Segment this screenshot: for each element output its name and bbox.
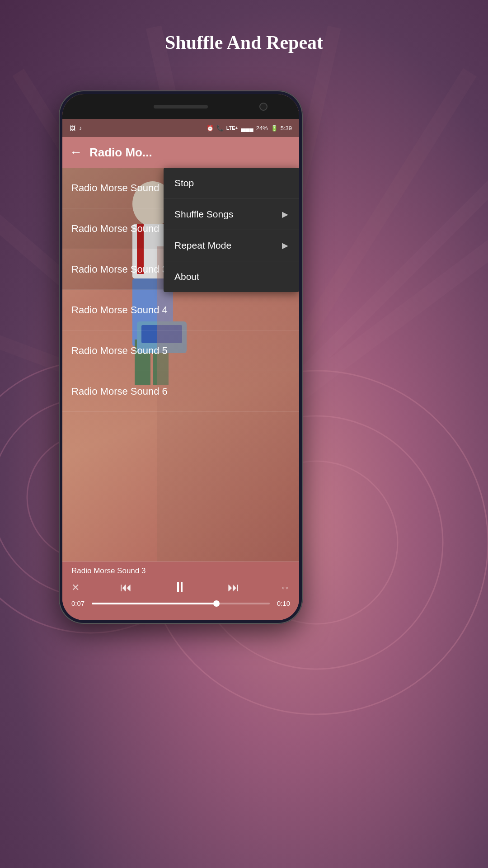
battery-percent: 24% <box>256 125 268 132</box>
camera <box>259 103 267 111</box>
player-controls: ✕ ⏮ ⏸ ⏭ ↔ <box>71 579 290 596</box>
shuffle-chevron-icon: ▶ <box>282 209 288 219</box>
phone-icon: 📞 <box>216 125 224 132</box>
shuffle-button[interactable]: ✕ <box>71 582 80 594</box>
repeat-label: Repeat Mode <box>174 240 231 251</box>
progress-area: 0:07 0:10 <box>71 599 290 607</box>
song-item-4[interactable]: Radio Morse Sound 4 <box>62 290 299 330</box>
repeat-button[interactable]: ↔ <box>280 582 290 594</box>
bottom-player: Radio Morse Sound 3 ✕ ⏮ ⏸ ⏭ ↔ 0:07 0:10 <box>62 561 299 620</box>
signal-bars: ▄▄▄ <box>241 125 253 132</box>
status-icons-left: 🖼 ♪ <box>70 125 82 132</box>
progress-thumb[interactable] <box>213 600 220 607</box>
back-button[interactable]: ← <box>70 145 82 160</box>
menu-item-shuffle[interactable]: Shuffle Songs ▶ <box>164 199 299 230</box>
current-time: 0:07 <box>71 599 87 607</box>
progress-fill <box>92 603 216 604</box>
music-icon: ♪ <box>79 125 82 132</box>
alarm-icon: ⏰ <box>206 125 214 132</box>
status-bar: 🖼 ♪ ⏰ 📞 LTE+ ▄▄▄ 24% 🔋 5:39 <box>62 119 299 137</box>
song-item-5[interactable]: Radio Morse Sound 5 <box>62 330 299 371</box>
total-time: 0:10 <box>274 599 290 607</box>
stop-label: Stop <box>174 178 194 189</box>
song-title-3: Radio Morse Sound 3 <box>71 264 168 275</box>
phone-inner: 🖼 ♪ ⏰ 📞 LTE+ ▄▄▄ 24% 🔋 5:39 ← Radio Mo..… <box>62 94 299 620</box>
about-label: About <box>174 271 199 282</box>
app-bar-title: Radio Mo... <box>89 146 152 160</box>
phone-content: 🖼 ♪ ⏰ 📞 LTE+ ▄▄▄ 24% 🔋 5:39 ← Radio Mo..… <box>62 119 299 620</box>
phone-top-bar <box>62 94 299 119</box>
repeat-chevron-icon: ▶ <box>282 241 288 250</box>
menu-item-about[interactable]: About <box>164 261 299 292</box>
song-title-4: Radio Morse Sound 4 <box>71 304 168 316</box>
clock: 5:39 <box>281 125 292 132</box>
song-title-2: Radio Morse Sound <box>71 223 159 235</box>
prev-button[interactable]: ⏮ <box>120 580 132 594</box>
lte-badge: LTE+ <box>226 125 238 131</box>
song-item-6[interactable]: Radio Morse Sound 6 <box>62 371 299 412</box>
song-title-1: Radio Morse Sound <box>71 182 159 194</box>
image-icon: 🖼 <box>70 125 75 132</box>
shuffle-label: Shuffle Songs <box>174 209 233 220</box>
app-bar: ← Radio Mo... <box>62 137 299 168</box>
page-title: Shuffle And Repeat <box>0 32 488 53</box>
now-playing-title: Radio Morse Sound 3 <box>71 566 290 576</box>
next-button[interactable]: ⏭ <box>228 580 239 594</box>
song-title-6: Radio Morse Sound 6 <box>71 386 168 397</box>
song-title-5: Radio Morse Sound 5 <box>71 345 168 357</box>
menu-item-repeat[interactable]: Repeat Mode ▶ <box>164 230 299 261</box>
status-icons-right: ⏰ 📞 LTE+ ▄▄▄ 24% 🔋 5:39 <box>206 125 292 132</box>
menu-item-stop[interactable]: Stop <box>164 168 299 199</box>
pause-button[interactable]: ⏸ <box>173 579 187 596</box>
phone-frame: 🖼 ♪ ⏰ 📞 LTE+ ▄▄▄ 24% 🔋 5:39 ← Radio Mo..… <box>59 90 303 624</box>
battery-icon: 🔋 <box>271 125 278 132</box>
progress-bar[interactable] <box>92 603 270 604</box>
speaker-grille <box>154 105 208 108</box>
context-menu: Stop Shuffle Songs ▶ Repeat Mode ▶ About <box>164 168 299 292</box>
